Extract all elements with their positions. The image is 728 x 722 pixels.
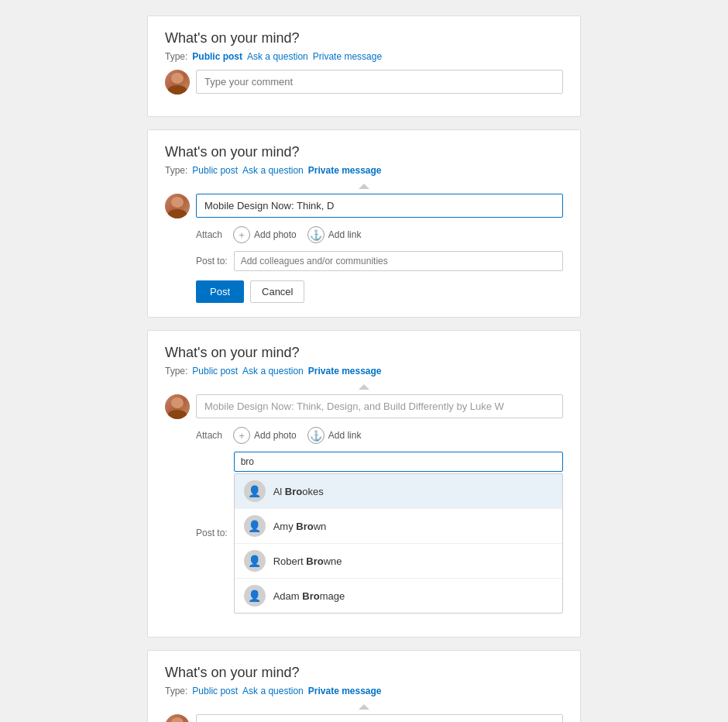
arrow-up-3 [359,384,369,390]
dropdown-name-robert: Robert Browne [273,555,342,567]
add-link-label-2: Add link [328,229,362,240]
dropdown-name-adam: Adam Bromage [273,590,345,602]
post-card-3: What's on your mind? Type: Public post A… [147,330,581,638]
add-photo-btn-3[interactable]: + Add photo [233,427,297,444]
type-row-1: Type: Public post Ask a question Private… [165,51,563,62]
avatar-img-2 [165,194,190,218]
post-to-input-2[interactable] [234,251,563,271]
avatar-1 [165,70,190,95]
post-card-4: What's on your mind? Type: Public post A… [147,650,581,722]
cancel-button-2[interactable]: Cancel [250,280,304,303]
add-link-icon-3: ⚓ [307,427,325,444]
card-title-3: What's on your mind? [165,345,563,361]
add-photo-icon-2: + [233,226,250,243]
type-private-message-4[interactable]: Private message [308,686,382,696]
comment-input-3[interactable] [196,394,563,418]
type-ask-question-2[interactable]: Ask a question [242,165,304,176]
actions-row-2: Post Cancel [196,280,563,303]
dropdown-name-al: Al Brookes [273,486,324,497]
input-row-3 [165,394,563,419]
card-title-4: What's on your mind? [165,665,563,681]
type-private-message-1[interactable]: Private message [313,51,382,62]
dropdown-item-adam-bromage[interactable]: 👤 Adam Bromage [235,579,562,613]
add-link-label-3: Add link [328,430,362,441]
input-row-2 [165,194,563,218]
arrow-indicator-2 [165,184,563,189]
add-photo-label-2: Add photo [254,229,297,240]
attach-label-3: Attach [196,430,222,441]
type-public-post-4[interactable]: Public post [192,686,238,696]
post-to-label-2: Post to: [196,256,228,266]
type-private-message-2[interactable]: Private message [308,165,382,176]
comment-input-2[interactable] [196,194,563,218]
post-card-2: What's on your mind? Type: Public post A… [147,129,581,318]
arrow-up-2 [359,184,369,189]
add-photo-label-3: Add photo [254,430,297,441]
avatar-img-1 [165,70,190,95]
arrow-indicator-3 [165,384,563,390]
arrow-up-4 [359,704,369,710]
post-to-dropdown-3: 👤 Al Brookes 👤 Amy Brown 👤 Robert Browne… [234,473,563,614]
dropdown-item-amy-brown[interactable]: 👤 Amy Brown [235,509,562,544]
type-label-3: Type: [165,366,187,376]
post-card-1: What's on your mind? Type: Public post A… [147,15,581,117]
user-avatar-amy: 👤 [244,515,266,537]
dropdown-item-al-brookes[interactable]: 👤 Al Brookes [235,474,562,509]
avatar-2 [165,194,190,218]
add-link-btn-2[interactable]: ⚓ Add link [307,226,362,243]
type-row-3: Type: Public post Ask a question Private… [165,366,563,376]
post-to-input-3[interactable] [234,452,563,472]
add-link-icon-2: ⚓ [307,226,325,243]
input-row-1 [165,70,563,95]
type-row-2: Type: Public post Ask a question Private… [165,165,563,176]
card-title-2: What's on your mind? [165,144,563,160]
post-button-2[interactable]: Post [196,280,244,303]
add-photo-icon-3: + [233,427,250,444]
type-ask-question-4[interactable]: Ask a question [242,686,304,696]
attach-row-2: Attach + Add photo ⚓ Add link [196,226,563,243]
avatar-img-3 [165,394,190,419]
type-label-4: Type: [165,686,187,696]
attach-label-2: Attach [196,229,222,240]
type-public-post-2[interactable]: Public post [192,165,238,176]
post-to-row-2: Post to: [196,251,563,271]
comment-input-4[interactable] [196,714,563,722]
type-label-2: Type: [165,165,187,176]
add-link-btn-3[interactable]: ⚓ Add link [307,427,362,444]
type-label-1: Type: [165,51,187,62]
user-avatar-robert: 👤 [244,550,266,572]
type-public-post-3[interactable]: Public post [192,366,238,376]
avatar-img-4 [165,714,190,722]
avatar-4 [165,714,190,722]
user-avatar-adam: 👤 [244,585,266,607]
type-private-message-3[interactable]: Private message [308,366,382,376]
user-avatar-al: 👤 [244,480,266,502]
arrow-indicator-4 [165,704,563,710]
type-row-4: Type: Public post Ask a question Private… [165,686,563,696]
type-ask-question-1[interactable]: Ask a question [247,51,308,62]
input-row-4 [165,714,563,722]
add-photo-btn-2[interactable]: + Add photo [233,226,297,243]
dropdown-name-amy: Amy Brown [273,521,327,532]
card-title-1: What's on your mind? [165,30,563,46]
comment-input-1[interactable] [196,70,563,94]
type-ask-question-3[interactable]: Ask a question [242,366,304,376]
post-to-label-3: Post to: [196,528,228,538]
attach-row-3: Attach + Add photo ⚓ Add link [196,427,563,444]
type-public-post-1[interactable]: Public post [192,51,242,62]
avatar-3 [165,394,190,419]
dropdown-item-robert-browne[interactable]: 👤 Robert Browne [235,544,562,579]
post-to-row-3: Post to: 👤 Al Brookes 👤 Amy Brown 👤 Robe… [196,452,563,614]
